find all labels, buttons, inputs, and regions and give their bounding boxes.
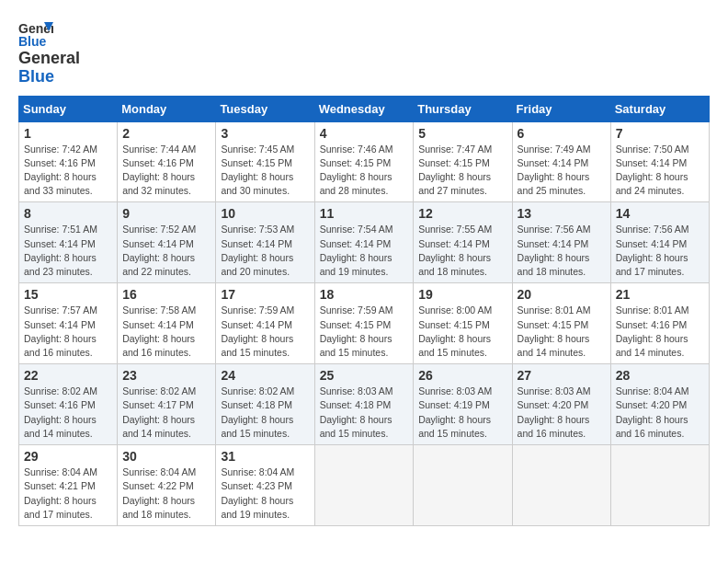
calendar-cell: 20Sunrise: 8:01 AM Sunset: 4:15 PM Dayli… xyxy=(512,283,610,364)
calendar-cell: 26Sunrise: 8:03 AM Sunset: 4:19 PM Dayli… xyxy=(414,364,512,445)
calendar-cell: 16Sunrise: 7:58 AM Sunset: 4:14 PM Dayli… xyxy=(118,283,216,364)
calendar-cell: 15Sunrise: 7:57 AM Sunset: 4:14 PM Dayli… xyxy=(19,283,118,364)
day-number: 3 xyxy=(221,126,309,141)
day-info: Sunrise: 7:49 AM Sunset: 4:14 PM Dayligh… xyxy=(518,143,606,199)
calendar-body: 1Sunrise: 7:42 AM Sunset: 4:16 PM Daylig… xyxy=(19,121,710,525)
day-number: 13 xyxy=(518,206,606,221)
day-number: 19 xyxy=(418,287,506,302)
day-number: 8 xyxy=(24,206,112,221)
day-info: Sunrise: 8:02 AM Sunset: 4:16 PM Dayligh… xyxy=(24,385,112,441)
calendar-cell: 12Sunrise: 7:55 AM Sunset: 4:14 PM Dayli… xyxy=(414,202,512,283)
svg-text:Blue: Blue xyxy=(18,34,47,48)
day-info: Sunrise: 7:59 AM Sunset: 4:15 PM Dayligh… xyxy=(320,304,409,360)
day-number: 20 xyxy=(518,287,606,302)
calendar-week-row: 29Sunrise: 8:04 AM Sunset: 4:21 PM Dayli… xyxy=(19,445,710,526)
day-number: 2 xyxy=(122,126,210,141)
calendar-cell xyxy=(512,445,610,526)
calendar-cell: 1Sunrise: 7:42 AM Sunset: 4:16 PM Daylig… xyxy=(19,121,118,202)
weekday-header-cell: Thursday xyxy=(414,96,512,121)
day-info: Sunrise: 7:56 AM Sunset: 4:14 PM Dayligh… xyxy=(616,223,704,279)
day-info: Sunrise: 8:01 AM Sunset: 4:16 PM Dayligh… xyxy=(616,304,704,360)
day-number: 25 xyxy=(320,368,409,383)
logo-icon: General Blue xyxy=(18,18,53,48)
day-number: 5 xyxy=(418,126,506,141)
calendar-cell: 18Sunrise: 7:59 AM Sunset: 4:15 PM Dayli… xyxy=(314,283,414,364)
calendar-cell: 25Sunrise: 8:03 AM Sunset: 4:18 PM Dayli… xyxy=(314,364,414,445)
calendar-cell: 29Sunrise: 8:04 AM Sunset: 4:21 PM Dayli… xyxy=(19,445,118,526)
day-number: 11 xyxy=(320,206,409,221)
weekday-header-cell: Friday xyxy=(512,96,610,121)
day-info: Sunrise: 8:04 AM Sunset: 4:21 PM Dayligh… xyxy=(24,465,112,522)
calendar-cell: 14Sunrise: 7:56 AM Sunset: 4:14 PM Dayli… xyxy=(610,202,709,283)
day-info: Sunrise: 7:58 AM Sunset: 4:14 PM Dayligh… xyxy=(122,304,210,360)
calendar-week-row: 22Sunrise: 8:02 AM Sunset: 4:16 PM Dayli… xyxy=(19,364,710,445)
day-number: 15 xyxy=(24,287,112,302)
day-info: Sunrise: 8:00 AM Sunset: 4:15 PM Dayligh… xyxy=(418,304,506,360)
calendar-cell: 5Sunrise: 7:47 AM Sunset: 4:15 PM Daylig… xyxy=(414,121,512,202)
weekday-header-cell: Monday xyxy=(118,96,216,121)
weekday-header-cell: Sunday xyxy=(19,96,118,121)
day-number: 28 xyxy=(616,368,704,383)
weekday-header-cell: Tuesday xyxy=(216,96,314,121)
day-number: 23 xyxy=(122,368,210,383)
day-info: Sunrise: 8:01 AM Sunset: 4:15 PM Dayligh… xyxy=(518,304,606,360)
day-info: Sunrise: 7:53 AM Sunset: 4:14 PM Dayligh… xyxy=(221,223,309,279)
calendar-week-row: 15Sunrise: 7:57 AM Sunset: 4:14 PM Dayli… xyxy=(19,283,710,364)
logo-general: General xyxy=(18,50,80,68)
day-info: Sunrise: 7:45 AM Sunset: 4:15 PM Dayligh… xyxy=(221,143,309,199)
calendar-cell: 27Sunrise: 8:03 AM Sunset: 4:20 PM Dayli… xyxy=(512,364,610,445)
calendar-cell: 28Sunrise: 8:04 AM Sunset: 4:20 PM Dayli… xyxy=(610,364,709,445)
day-info: Sunrise: 8:03 AM Sunset: 4:19 PM Dayligh… xyxy=(418,385,506,441)
day-info: Sunrise: 7:44 AM Sunset: 4:16 PM Dayligh… xyxy=(122,143,210,199)
day-number: 10 xyxy=(221,206,309,221)
day-info: Sunrise: 7:54 AM Sunset: 4:14 PM Dayligh… xyxy=(320,223,409,279)
calendar-cell xyxy=(610,445,709,526)
day-number: 18 xyxy=(320,287,409,302)
calendar-cell: 10Sunrise: 7:53 AM Sunset: 4:14 PM Dayli… xyxy=(216,202,314,283)
day-info: Sunrise: 8:04 AM Sunset: 4:20 PM Dayligh… xyxy=(616,385,704,441)
calendar-cell: 2Sunrise: 7:44 AM Sunset: 4:16 PM Daylig… xyxy=(118,121,216,202)
day-number: 1 xyxy=(24,126,112,141)
day-number: 17 xyxy=(221,287,309,302)
calendar-cell: 9Sunrise: 7:52 AM Sunset: 4:14 PM Daylig… xyxy=(118,202,216,283)
day-info: Sunrise: 7:47 AM Sunset: 4:15 PM Dayligh… xyxy=(418,143,506,199)
weekday-header: SundayMondayTuesdayWednesdayThursdayFrid… xyxy=(19,96,710,121)
calendar-cell: 21Sunrise: 8:01 AM Sunset: 4:16 PM Dayli… xyxy=(610,283,709,364)
day-info: Sunrise: 7:57 AM Sunset: 4:14 PM Dayligh… xyxy=(24,304,112,360)
day-info: Sunrise: 7:51 AM Sunset: 4:14 PM Dayligh… xyxy=(24,223,112,279)
day-number: 26 xyxy=(418,368,506,383)
calendar-cell: 8Sunrise: 7:51 AM Sunset: 4:14 PM Daylig… xyxy=(19,202,118,283)
day-number: 24 xyxy=(221,368,309,383)
day-number: 29 xyxy=(24,449,112,464)
day-number: 12 xyxy=(418,206,506,221)
day-number: 16 xyxy=(122,287,210,302)
day-info: Sunrise: 7:52 AM Sunset: 4:14 PM Dayligh… xyxy=(122,223,210,279)
day-number: 9 xyxy=(122,206,210,221)
calendar-cell: 7Sunrise: 7:50 AM Sunset: 4:14 PM Daylig… xyxy=(610,121,709,202)
day-info: Sunrise: 7:42 AM Sunset: 4:16 PM Dayligh… xyxy=(24,143,112,199)
calendar-cell: 31Sunrise: 8:04 AM Sunset: 4:23 PM Dayli… xyxy=(216,445,314,526)
calendar-cell: 23Sunrise: 8:02 AM Sunset: 4:17 PM Dayli… xyxy=(118,364,216,445)
calendar-cell: 11Sunrise: 7:54 AM Sunset: 4:14 PM Dayli… xyxy=(314,202,414,283)
day-number: 27 xyxy=(518,368,606,383)
day-info: Sunrise: 7:50 AM Sunset: 4:14 PM Dayligh… xyxy=(616,143,704,199)
day-info: Sunrise: 8:03 AM Sunset: 4:18 PM Dayligh… xyxy=(320,385,409,441)
calendar-week-row: 8Sunrise: 7:51 AM Sunset: 4:14 PM Daylig… xyxy=(19,202,710,283)
calendar-table: SundayMondayTuesdayWednesdayThursdayFrid… xyxy=(18,96,710,526)
day-number: 21 xyxy=(616,287,704,302)
calendar-cell: 13Sunrise: 7:56 AM Sunset: 4:14 PM Dayli… xyxy=(512,202,610,283)
logo-blue: Blue xyxy=(18,68,80,86)
day-info: Sunrise: 8:02 AM Sunset: 4:18 PM Dayligh… xyxy=(221,385,309,441)
logo: General Blue General Blue xyxy=(18,18,80,86)
day-info: Sunrise: 7:56 AM Sunset: 4:14 PM Dayligh… xyxy=(518,223,606,279)
calendar-cell: 4Sunrise: 7:46 AM Sunset: 4:15 PM Daylig… xyxy=(314,121,414,202)
day-info: Sunrise: 8:04 AM Sunset: 4:22 PM Dayligh… xyxy=(122,465,210,522)
day-info: Sunrise: 8:04 AM Sunset: 4:23 PM Dayligh… xyxy=(221,465,309,522)
calendar-cell: 17Sunrise: 7:59 AM Sunset: 4:14 PM Dayli… xyxy=(216,283,314,364)
calendar-cell: 24Sunrise: 8:02 AM Sunset: 4:18 PM Dayli… xyxy=(216,364,314,445)
day-number: 7 xyxy=(616,126,704,141)
day-info: Sunrise: 7:46 AM Sunset: 4:15 PM Dayligh… xyxy=(320,143,409,199)
calendar-cell: 30Sunrise: 8:04 AM Sunset: 4:22 PM Dayli… xyxy=(118,445,216,526)
day-number: 14 xyxy=(616,206,704,221)
day-number: 30 xyxy=(122,449,210,464)
